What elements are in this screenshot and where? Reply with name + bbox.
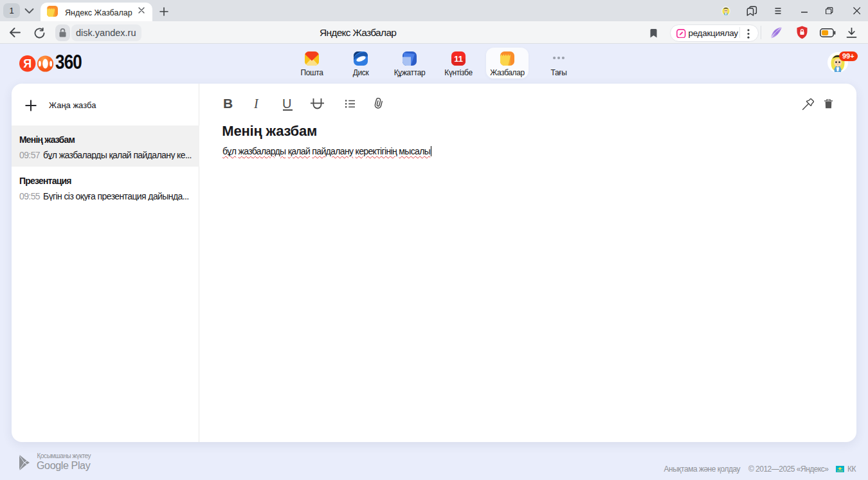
svg-text:11: 11 (454, 54, 463, 64)
svg-text:Я: Я (23, 57, 32, 70)
